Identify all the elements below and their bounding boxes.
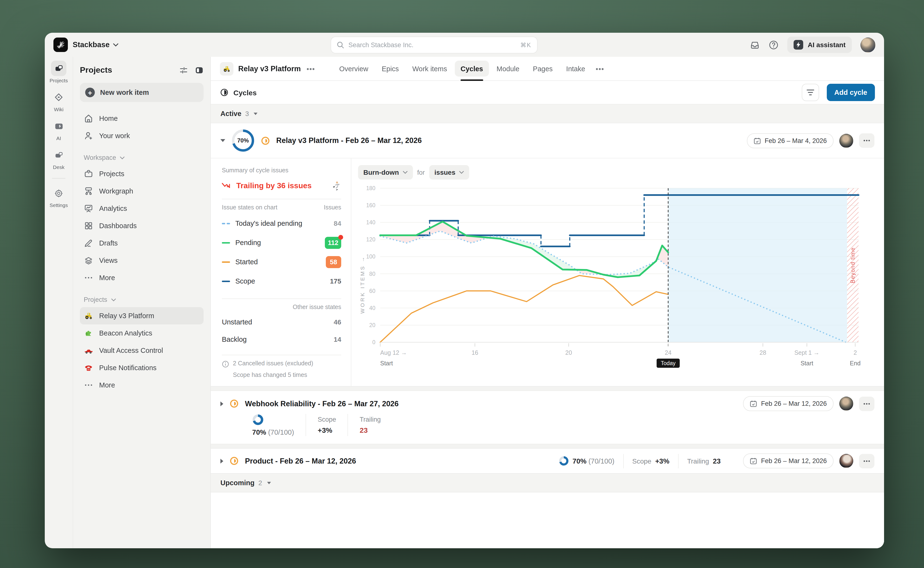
sidebar-item-label: Home	[99, 115, 118, 122]
cycle-more-button[interactable]	[859, 133, 874, 148]
svg-text:2: 2	[853, 349, 857, 356]
sidebar-item-your-work[interactable]: Your work	[80, 127, 203, 144]
active-count: 3	[245, 110, 249, 118]
active-section-header[interactable]: Active 3	[211, 104, 884, 123]
svg-text:Sept 1 →: Sept 1 →	[794, 349, 819, 356]
svg-text:0: 0	[372, 339, 375, 345]
search-input[interactable]	[348, 41, 516, 48]
cycle-status-icon	[261, 136, 270, 145]
assignee-avatar[interactable]	[839, 454, 853, 468]
cycle-title[interactable]: Product - Feb 26 – Mar 12, 2026	[245, 456, 356, 465]
add-cycle-button[interactable]: Add cycle	[826, 84, 875, 101]
metric-dropdown[interactable]: Burn-down	[358, 165, 413, 180]
tab-work-items[interactable]: Work items	[406, 60, 453, 77]
rail-item-settings[interactable]: Settings	[50, 185, 68, 208]
chevron-down-icon[interactable]	[113, 43, 118, 47]
svg-text:Start: Start	[800, 360, 813, 367]
sidebar: Projects + New work item	[73, 57, 211, 548]
projects-section-header[interactable]: Projects	[84, 296, 200, 303]
chevron-down-icon	[459, 171, 464, 174]
filter-button[interactable]	[802, 84, 819, 101]
legend-row-ideal: Today's ideal pending 84	[222, 214, 341, 233]
tab-cycles[interactable]: Cycles	[455, 60, 489, 77]
upcoming-section-header[interactable]: Upcoming 2	[211, 473, 884, 492]
chevron-down-icon	[403, 171, 408, 174]
rail-item-desk[interactable]: Desk	[51, 147, 66, 170]
cycle-title[interactable]: Webhook Reliability - Feb 26 – Mar 27, 2…	[245, 399, 399, 408]
top-bar: Stackbase ⌘K	[45, 33, 884, 57]
sidebar-item-workgraph[interactable]: Workgraph	[80, 183, 203, 200]
user-avatar[interactable]	[861, 37, 876, 52]
cycle-more-button[interactable]	[859, 396, 874, 411]
project-item-label: Beacon Analytics	[99, 329, 152, 337]
section-label: Workspace	[84, 154, 116, 161]
project-item-label: Relay v3 Platform	[99, 312, 154, 320]
app-logo[interactable]	[53, 38, 68, 52]
assignee-avatar[interactable]	[839, 397, 853, 411]
sidebar-item-drafts[interactable]: Drafts	[80, 234, 203, 252]
svg-text:20: 20	[565, 349, 572, 356]
sidebar-item-views[interactable]: Views	[80, 252, 203, 269]
ai-icon	[794, 40, 803, 50]
tab-epics[interactable]: Epics	[376, 60, 405, 77]
user-icon	[84, 131, 93, 140]
svg-text:160: 160	[366, 202, 375, 208]
date-range-text: Feb 26 – Mar 4, 2026	[765, 137, 827, 144]
ai-assistant-button[interactable]: AI assistant	[788, 36, 852, 53]
rail-item-projects[interactable]: Projects	[50, 60, 68, 83]
sidebar-item-home[interactable]: Home	[80, 110, 203, 127]
tab-pages[interactable]: Pages	[527, 60, 558, 77]
assignee-avatar[interactable]	[839, 134, 853, 148]
cycle-inline-stats: 70% (70/100) Scope +3% Trailing 23	[550, 454, 730, 468]
global-search[interactable]: ⌘K	[331, 36, 538, 53]
rail-label: Settings	[50, 202, 68, 208]
nav-rail: Projects Wiki AI Desk	[45, 57, 73, 548]
date-range-chip[interactable]: Feb 26 – Mar 12, 2026	[743, 453, 834, 468]
project-item-more[interactable]: More	[80, 376, 203, 394]
sidebar-item-dashboards[interactable]: Dashboards	[80, 217, 203, 234]
trend-down-icon	[222, 183, 232, 189]
burndown-chart-pane: Burn-down for issues 0204060801001201401…	[351, 159, 884, 386]
unit-dropdown[interactable]: issues	[429, 165, 469, 180]
expand-toggle-icon[interactable]	[220, 458, 223, 463]
tab-module[interactable]: Module	[491, 60, 525, 77]
new-work-item-button[interactable]: + New work item	[80, 83, 203, 102]
project-item-vault-access[interactable]: Vault Access Control	[80, 342, 203, 359]
workspace-section-header[interactable]: Workspace	[84, 154, 200, 161]
expand-toggle-icon[interactable]	[220, 401, 223, 406]
inbox-icon[interactable]	[750, 40, 760, 50]
project-item-beacon-analytics[interactable]: Beacon Analytics	[80, 325, 203, 342]
tabs-overflow-button[interactable]: •••	[596, 65, 604, 73]
project-icon	[220, 62, 234, 76]
project-item-relay-v3[interactable]: Relay v3 Platform	[80, 307, 203, 325]
workspace-name[interactable]: Stackbase	[73, 41, 110, 49]
tab-intake[interactable]: Intake	[561, 60, 591, 77]
cycle-more-button[interactable]	[859, 454, 874, 468]
project-item-pulse-notifications[interactable]: Pulse Notifications	[80, 359, 203, 376]
sidebar-item-more-workspace[interactable]: More	[80, 269, 203, 286]
section-label: Projects	[84, 296, 107, 303]
date-range-chip[interactable]: Feb 26 – Mar 4, 2026	[747, 133, 834, 148]
sidebar-item-projects[interactable]: Projects	[80, 165, 203, 183]
project-item-label: Vault Access Control	[99, 347, 163, 354]
svg-text:140: 140	[366, 219, 375, 225]
gear-icon	[51, 185, 66, 201]
rail-label: Projects	[50, 77, 68, 83]
rail-item-ai[interactable]: AI	[51, 118, 66, 141]
collapse-toggle-icon[interactable]	[220, 139, 225, 142]
new-work-item-label: New work item	[100, 89, 149, 96]
help-icon[interactable]	[769, 40, 779, 50]
rail-item-wiki[interactable]: Wiki	[51, 89, 66, 112]
cycle-title[interactable]: Relay v3 Platform - Feb 26 – Mar 12, 202…	[276, 136, 422, 145]
race-car-icon	[84, 346, 93, 355]
sidebar-item-analytics[interactable]: Analytics	[80, 200, 203, 217]
filter-settings-icon[interactable]	[179, 66, 188, 75]
tab-overview[interactable]: Overview	[333, 60, 374, 77]
search-shortcut: ⌘K	[520, 41, 531, 48]
svg-text:Beyond time: Beyond time	[850, 247, 856, 283]
collapse-panel-icon[interactable]	[195, 66, 203, 75]
project-menu-button[interactable]: •••	[306, 65, 315, 73]
chart-controls: Burn-down for issues	[358, 165, 881, 180]
desktop-background: Stackbase ⌘K	[0, 0, 924, 568]
date-range-chip[interactable]: Feb 26 – Mar 12, 2026	[743, 396, 834, 411]
